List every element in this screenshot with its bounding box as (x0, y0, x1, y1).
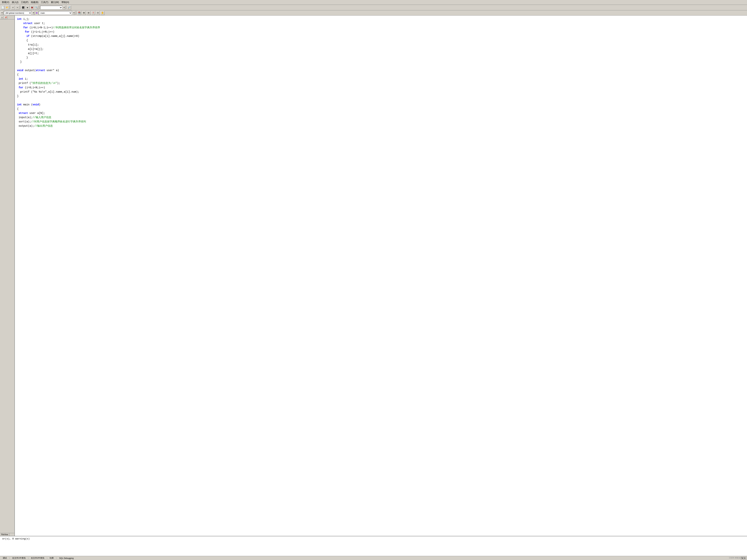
tab-find2[interactable]: 在文件2中查找 (29, 556, 46, 560)
main-func-combo[interactable]: main (39, 11, 72, 15)
tab-find1[interactable]: 在文件1中查找 (10, 556, 28, 560)
find-btn[interactable]: 🔎 (67, 5, 71, 10)
toolbar-secondary: ▼ [All global members] ▼ ◆ main ▼ 📚 ⊞ ⊟ … (0, 10, 747, 16)
tab-results[interactable]: 结果 (48, 556, 56, 560)
main-func-arrow[interactable]: ▼ (73, 11, 75, 15)
diamond-icon: ◆ (35, 11, 38, 14)
menu-bar: 查看(V) 插入(I) 工程(P) 组建(B) 工具(T) 窗口(W) 帮助(H… (0, 0, 747, 5)
debug-btn[interactable]: 🐞 (30, 5, 34, 10)
left-panel-header: ✕ 📌 (0, 16, 15, 20)
code-editor[interactable]: int i,j; struct user t; for (i=0;i<N-1;i… (15, 16, 747, 536)
global-members-arrow-left[interactable]: ▼ (1, 11, 3, 15)
book-icon-btn[interactable]: 📚 (77, 11, 81, 15)
grid-icon-btn[interactable]: ⊞ (82, 11, 86, 15)
grid2-icon-btn[interactable]: ⊟ (86, 11, 91, 15)
left-panel-tabs: FileView (0, 533, 15, 536)
list-icon-btn[interactable]: ≡ (96, 11, 100, 15)
undo-btn[interactable]: ↩ (11, 5, 15, 10)
output-text: or(s), 0 warning(s) (2, 537, 30, 540)
new-file-btn[interactable]: 📄 (1, 5, 5, 10)
global-members-arrow[interactable]: ▼ (32, 11, 35, 15)
toolbar2-sep1 (76, 11, 76, 15)
tab-debug[interactable]: 调试 (1, 556, 9, 560)
left-panel: ✕ 📌 FileView (0, 16, 15, 536)
output-area: or(s), 0 warning(s) (0, 536, 747, 556)
left-panel-content (0, 20, 15, 533)
main-area: ✕ 📌 FileView int i,j; struct user t; for… (0, 16, 747, 536)
menu-insert[interactable]: 插入(I) (11, 0, 20, 4)
tab-sql[interactable]: SQL Debugging (57, 557, 76, 560)
exclaim-icon-btn[interactable]: ! (91, 11, 95, 15)
menu-build[interactable]: 组建(B) (30, 0, 40, 4)
menu-tools[interactable]: 工具(T) (40, 0, 49, 4)
panel-pin-btn[interactable]: 📌 (4, 16, 7, 19)
find-in-files-btn[interactable]: 🔍 (34, 5, 38, 10)
main-window: 查看(V) 插入(I) 工程(P) 组建(B) 工具(T) 窗口(W) 帮助(H… (0, 0, 747, 560)
menu-project[interactable]: 工程(P) (20, 0, 29, 4)
search-combo[interactable] (40, 6, 62, 9)
redo-btn[interactable]: ↪ (16, 5, 20, 10)
panel-close-btn[interactable]: ✕ (0, 16, 4, 19)
watermark: CSDN 博客技术达人 (729, 557, 746, 559)
build-project-btn[interactable]: ⬛ (21, 5, 25, 10)
bottom-tabs: 调试 \ 在文件1中查找 \ 在文件2中查找 \ 结果 \ SQL Debugg… (0, 556, 747, 560)
search-combo-arrow[interactable]: ▼ (63, 6, 66, 9)
toolbar-sep3 (39, 6, 40, 9)
global-members-combo[interactable]: [All global members] (4, 11, 32, 15)
menu-help[interactable]: 帮助(H) (60, 0, 70, 4)
code-content: int i,j; struct user t; for (i=0;i<N-1;i… (17, 17, 745, 128)
bottom-panel: or(s), 0 warning(s) 调试 \ 在文件1中查找 \ 在文件2中… (0, 536, 747, 560)
fileview-tab[interactable]: FileView (0, 533, 9, 536)
toolbar-main: 📄 📂 ↩ ↪ ⬛ ▶ 🐞 🔍 ▼ 🔎 (0, 5, 747, 10)
menu-window[interactable]: 窗口(W) (50, 0, 60, 4)
hand-icon-btn[interactable]: ✋ (100, 11, 104, 15)
menu-view[interactable]: 查看(V) (1, 0, 10, 4)
run-btn[interactable]: ▶ (26, 5, 30, 10)
open-file-btn[interactable]: 📂 (5, 5, 9, 10)
